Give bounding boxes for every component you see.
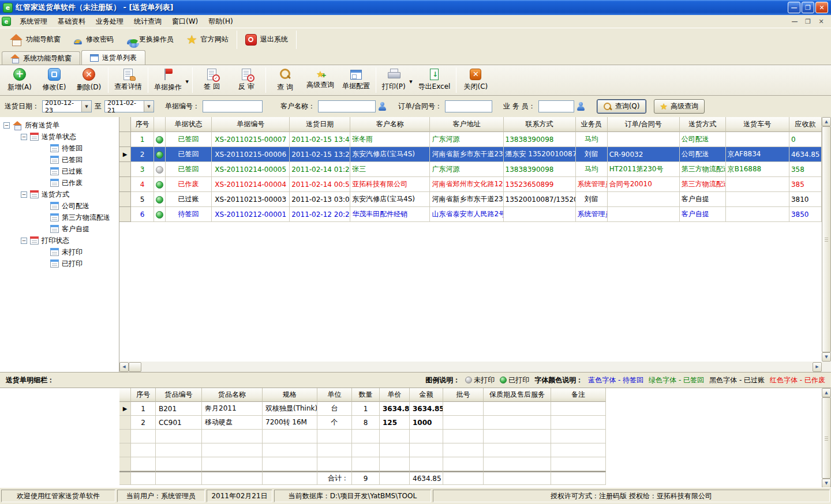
orders-column-header[interactable]: 应收款 — [789, 117, 822, 132]
menu-item[interactable]: 帮助(H) — [203, 15, 238, 28]
scroll-down-icon[interactable]: ▼ — [822, 352, 831, 362]
scrollbar-thumb[interactable] — [822, 126, 831, 352]
tree-item[interactable]: 公司配送 — [0, 200, 119, 212]
nav-home-button[interactable]: 功能导航窗 — [3, 31, 67, 49]
menu-item[interactable]: 窗口(W) — [167, 15, 203, 28]
detail-column-header[interactable]: 单位 — [317, 388, 352, 402]
detail-column-header[interactable]: 货品名称 — [202, 388, 263, 402]
orders-vertical-scrollbar[interactable]: ▲ ▼ — [822, 117, 831, 362]
tree-item[interactable]: −打印状态 — [0, 235, 119, 246]
tree-item[interactable]: 待签回 — [0, 142, 119, 154]
order-row[interactable]: 3已签回XS-20110214-000052011-02-14 01:22张三广… — [119, 162, 822, 177]
orders-column-header[interactable]: 客户地址 — [430, 117, 503, 132]
order-row[interactable]: 6待签回XS-20110212-000012011-02-12 20:29华茂丰… — [119, 207, 822, 222]
scroll-left-icon[interactable]: ◀ — [119, 362, 129, 372]
detail-column-header[interactable]: 序号 — [131, 388, 156, 402]
tree-item[interactable]: 已打印 — [0, 258, 119, 269]
detail-empty-row[interactable] — [119, 430, 606, 443]
tree-item[interactable]: −送货方式 — [0, 189, 119, 200]
sign-back-button[interactable]: ✓ 签 回 — [194, 66, 229, 95]
detail-column-header[interactable]: 备注 — [551, 388, 606, 402]
tree-item[interactable]: 已过账 — [0, 166, 119, 177]
detail-empty-row[interactable] — [119, 443, 606, 457]
reverse-audit-button[interactable]: ✕ 反 审 — [229, 66, 264, 95]
collapse-toggle-icon[interactable]: − — [21, 191, 27, 198]
order-row[interactable]: 5已过账XS-20110213-000032011-02-13 03:07东安汽… — [119, 192, 822, 207]
mdi-restore-button[interactable]: ❐ — [802, 16, 814, 27]
date-to-picker[interactable]: 2011-02-21 ▼ — [104, 100, 154, 112]
scrollbar-thumb[interactable] — [822, 397, 831, 479]
detail-vertical-scrollbar[interactable]: ▲ ▼ — [822, 388, 831, 488]
query-button[interactable]: 查 询 — [268, 66, 302, 95]
scroll-up-icon[interactable]: ▲ — [822, 388, 831, 397]
delete-button[interactable]: ✕ 删除(D) — [72, 66, 106, 95]
collapse-toggle-icon[interactable]: − — [21, 134, 27, 140]
detail-column-header[interactable]: 单价 — [380, 388, 410, 402]
minimize-button[interactable]: — — [788, 2, 800, 13]
order-row[interactable]: 1已签回XS-20110215-000072011-02-15 13:42张冬雨… — [119, 132, 822, 147]
detail-column-header[interactable]: 货品编号 — [156, 388, 202, 402]
orders-column-header[interactable]: 订单/合同号 — [608, 117, 680, 132]
close-view-button[interactable]: ✕ 关闭(C) — [458, 66, 493, 95]
menu-item[interactable]: 统计查询 — [129, 15, 167, 28]
tree-item[interactable]: 已签回 — [0, 154, 119, 166]
menu-item[interactable]: 业务处理 — [91, 15, 129, 28]
change-password-button[interactable]: 修改密码 — [67, 31, 120, 49]
restore-button[interactable]: ❐ — [802, 2, 814, 13]
tree-item[interactable]: 未打印 — [0, 246, 119, 258]
orders-column-header[interactable]: 送货方式 — [680, 117, 726, 132]
detail-column-header[interactable]: 金额 — [410, 388, 443, 402]
detail-column-header[interactable]: 规格 — [263, 388, 317, 402]
orders-horizontal-scrollbar[interactable]: ◀ ▶ — [119, 362, 831, 372]
dropdown-arrow-icon[interactable]: ▼ — [186, 80, 189, 84]
tree-item[interactable]: 客户自提 — [0, 223, 119, 235]
detail-row[interactable]: ▶1B201奔月2011双核独显(Think)台13634.853634.85 — [119, 402, 606, 416]
detail-empty-row[interactable] — [119, 457, 606, 471]
mdi-close-button[interactable]: ✕ — [815, 16, 827, 27]
orders-column-header[interactable]: 送货日期 — [290, 117, 350, 132]
tree-item[interactable]: 已作废 — [0, 177, 119, 189]
mdi-minimize-button[interactable]: — — [789, 16, 800, 27]
filter-query-button[interactable]: 查询(Q) — [597, 99, 646, 114]
detail-column-header[interactable]: 批号 — [443, 388, 484, 402]
exit-system-button[interactable]: 退出系统 — [239, 31, 294, 49]
scrollbar-thumb[interactable] — [129, 362, 141, 372]
detail-column-header[interactable]: 保质期及售后服务 — [484, 388, 551, 402]
filter-advanced-query-button[interactable]: ★ 高级查询 — [654, 99, 705, 114]
doc-operation-button[interactable]: 单据操作 ▼ — [150, 66, 190, 95]
detail-row[interactable]: 2CC901移动硬盘7200转 16M个81251000 — [119, 416, 606, 430]
detail-column-header[interactable]: 数量 — [352, 388, 380, 402]
add-button[interactable]: + 新增(A) — [2, 66, 37, 95]
advanced-query-button[interactable]: ★+ 高级查询 — [302, 66, 338, 95]
doc-config-button[interactable]: 单据配置 — [338, 66, 374, 95]
doc-no-input[interactable] — [203, 100, 263, 112]
orders-column-header[interactable] — [154, 117, 166, 132]
close-button[interactable]: ✕ — [815, 2, 828, 13]
collapse-toggle-icon[interactable]: − — [3, 122, 10, 129]
orders-column-header[interactable]: 客户名称 — [350, 117, 430, 132]
salesman-input[interactable] — [538, 100, 574, 112]
tree-item[interactable]: −送货单状态 — [0, 131, 119, 142]
orders-column-header[interactable]: 送货车号 — [726, 117, 789, 132]
orders-column-header[interactable]: 序号 — [131, 117, 154, 132]
order-row[interactable]: 4已作废XS-20110214-000042011-02-14 00:57亚拓科… — [119, 177, 822, 192]
tab-system-navigator[interactable]: 系统功能导航窗 — [2, 51, 80, 65]
order-row[interactable]: ▶2已签回XS-20110215-000062011-02-15 13:22东安… — [119, 147, 822, 162]
orders-column-header[interactable]: 单据编号 — [212, 117, 290, 132]
contract-input[interactable] — [445, 100, 492, 112]
view-detail-button[interactable]: 查看详情 — [110, 66, 146, 95]
orders-column-header[interactable]: 联系方式 — [504, 117, 576, 132]
orders-column-header[interactable]: 业务员 — [576, 117, 608, 132]
orders-column-header[interactable]: 单据状态 — [166, 117, 212, 132]
official-website-button[interactable]: ★ 官方网站 — [180, 31, 235, 49]
export-excel-button[interactable]: 导出Excel — [414, 66, 455, 95]
salesman-picker-icon[interactable] — [577, 102, 585, 111]
scroll-down-icon[interactable]: ▼ — [822, 479, 831, 488]
scroll-right-icon[interactable]: ▶ — [813, 362, 822, 372]
customer-picker-icon[interactable] — [379, 102, 386, 111]
print-button[interactable]: 打印(P) ▼ — [378, 66, 414, 95]
edit-button[interactable]: 修改(E) — [37, 66, 72, 95]
customer-input[interactable] — [318, 100, 376, 112]
scroll-up-icon[interactable]: ▲ — [822, 117, 831, 126]
menu-item[interactable]: 基础资料 — [53, 15, 91, 28]
